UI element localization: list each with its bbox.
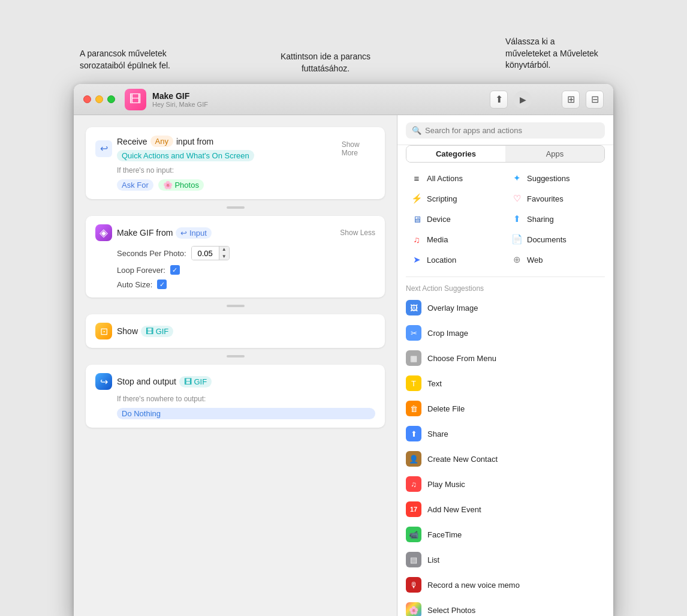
seconds-stepper: ▲ ▼ <box>219 246 229 260</box>
step-makegif: ◈ Make GIF from ↩ Input Show Less Second… <box>86 216 385 298</box>
input-pill[interactable]: ↩ Input <box>176 227 212 239</box>
facetime-label: FaceTime <box>427 530 462 539</box>
action-voice-memo[interactable]: 🎙 Record a new voice memo <box>397 572 613 597</box>
crop-image-label: Crop Image <box>427 329 468 338</box>
action-share[interactable]: ⬆ Share <box>397 421 613 446</box>
library-icon: ⊞ <box>567 94 575 105</box>
text-label: Text <box>427 379 442 388</box>
window-title: Make GIF <box>152 91 490 101</box>
gif-pill-1[interactable]: 🎞 GIF <box>141 326 173 337</box>
overlay-image-label: Overlay Image <box>427 304 478 312</box>
action-choose-menu[interactable]: ▦ Choose From Menu <box>397 345 613 371</box>
show-icon: ⊡ <box>95 323 112 339</box>
action-delete-file[interactable]: 🗑 Delete File <box>397 396 613 421</box>
close-button[interactable] <box>83 95 91 103</box>
maximize-button[interactable] <box>107 95 115 103</box>
loop-checkbox[interactable]: ✓ <box>170 265 180 275</box>
cat-scripting[interactable]: ⚡ Scripting <box>406 189 505 208</box>
tab-apps[interactable]: Apps <box>505 146 604 162</box>
action-create-contact[interactable]: 👤 Create New Contact <box>397 446 613 471</box>
tab-categories[interactable]: Categories <box>406 146 505 162</box>
cat-documents-label: Documents <box>527 235 567 244</box>
create-contact-label: Create New Contact <box>427 455 498 464</box>
action-crop-image[interactable]: ✂ Crop Image <box>397 320 613 345</box>
ask-for-pill[interactable]: Ask For <box>117 179 153 191</box>
cat-favourites[interactable]: ♡ Favourites <box>506 189 605 208</box>
annotation-left: A parancsok műveletek sorozataiból épüln… <box>80 48 194 71</box>
any-pill[interactable]: Any <box>150 136 173 147</box>
seconds-input[interactable]: ▲ ▼ <box>191 246 230 260</box>
step-divider-2 <box>227 305 245 307</box>
action-list: 🖼 Overlay Image ✂ Crop Image ▦ Choose Fr… <box>397 295 613 616</box>
photos-pill[interactable]: 🌸 Photos <box>158 179 204 191</box>
app-window: 🎞 Make GIF Hey Siri, Make GIF ⬆ ▶ ⊞ ⊟ <box>74 84 613 616</box>
annotation-center: Kattintson ide a parancs futtatásához. <box>278 51 373 74</box>
stop-text: Stop and output 🎞 GIF <box>117 376 212 387</box>
seconds-value[interactable] <box>192 247 219 260</box>
show-more-button[interactable]: Show More <box>342 140 375 157</box>
cat-sharing[interactable]: ⬆ Sharing <box>506 209 605 229</box>
create-contact-icon: 👤 <box>406 451 421 467</box>
sharing-icon: ⬆ <box>511 214 523 224</box>
seconds-up[interactable]: ▲ <box>219 246 229 253</box>
step-receive: ↩ Receive Any input from Quick Actions a… <box>86 127 385 199</box>
action-play-music[interactable]: ♫ Play Music <box>397 471 613 497</box>
cat-web[interactable]: ⊕ Web <box>506 250 605 269</box>
search-container: 🔍 <box>397 115 613 145</box>
show-less-button[interactable]: Show Less <box>340 229 375 237</box>
cat-suggestions-label: Suggestions <box>527 174 570 183</box>
cat-device[interactable]: 🖥 Device <box>406 209 505 229</box>
category-tabs: Categories Apps <box>406 145 605 163</box>
seconds-down[interactable]: ▼ <box>219 253 229 260</box>
select-photos-icon: 🌸 <box>406 602 421 616</box>
crop-image-icon: ✂ <box>406 325 421 341</box>
action-add-event[interactable]: 17 Add New Event <box>397 497 613 522</box>
source-pill[interactable]: Quick Actions and What's On Screen <box>117 150 254 161</box>
titlebar: 🎞 Make GIF Hey Siri, Make GIF ⬆ ▶ ⊞ ⊟ <box>74 84 613 115</box>
receive-text: Receive Any input from Quick Actions and… <box>117 136 337 161</box>
scripting-icon: ⚡ <box>411 193 423 204</box>
action-overlay-image[interactable]: 🖼 Overlay Image <box>397 295 613 320</box>
play-music-label: Play Music <box>427 480 465 489</box>
action-text[interactable]: T Text <box>397 371 613 396</box>
facetime-icon: 📹 <box>406 527 421 542</box>
gif-pill-2[interactable]: 🎞 GIF <box>179 376 212 387</box>
minimize-button[interactable] <box>95 95 103 103</box>
suggestions-icon: ✦ <box>511 173 523 184</box>
cat-location[interactable]: ➤ Location <box>406 250 505 269</box>
cat-sharing-label: Sharing <box>527 215 554 224</box>
makegif-icon: ◈ <box>95 224 112 241</box>
show-text: Show 🎞 GIF <box>117 326 173 337</box>
voice-memo-icon: 🎙 <box>406 577 421 593</box>
library-button[interactable]: ⊞ <box>562 91 580 109</box>
action-facetime[interactable]: 📹 FaceTime <box>397 522 613 547</box>
cat-media[interactable]: ♫ Media <box>406 230 505 249</box>
action-list[interactable]: ▤ List <box>397 547 613 572</box>
actions-panel: 🔍 Categories Apps ≡ All Actions <box>397 115 613 616</box>
no-input-label: If there's no input: <box>95 166 375 175</box>
play-music-icon: ♫ <box>406 476 421 492</box>
overlay-image-icon: 🖼 <box>406 300 421 315</box>
favourites-icon: ♡ <box>511 193 523 204</box>
text-icon: T <box>406 375 421 391</box>
step-stop: ↪ Stop and output 🎞 GIF If there's nowhe… <box>86 365 385 428</box>
search-input[interactable] <box>425 126 599 135</box>
cat-documents[interactable]: 📄 Documents <box>506 230 605 249</box>
run-button[interactable]: ▶ <box>514 91 532 109</box>
cat-scripting-label: Scripting <box>427 194 457 203</box>
list-label: List <box>427 555 439 564</box>
share-button[interactable]: ⬆ <box>490 91 508 109</box>
autosize-checkbox[interactable]: ✓ <box>157 280 167 289</box>
choose-menu-icon: ▦ <box>406 350 421 366</box>
filter-icon: ⊟ <box>591 94 599 105</box>
cat-suggestions[interactable]: ✦ Suggestions <box>506 169 605 188</box>
do-nothing-pill[interactable]: Do Nothing <box>117 408 375 419</box>
cat-all-actions[interactable]: ≡ All Actions <box>406 169 505 188</box>
no-output-label: If there's nowhere to output: <box>95 395 375 403</box>
share-label: Share <box>427 429 448 438</box>
seconds-label: Seconds Per Photo: <box>117 249 186 258</box>
section-divider <box>406 277 605 277</box>
annotation-right: Válassza ki a műveleteket a Műveletek kö… <box>505 36 601 71</box>
filter-button[interactable]: ⊟ <box>586 91 604 109</box>
action-select-photos[interactable]: 🌸 Select Photos <box>397 597 613 616</box>
